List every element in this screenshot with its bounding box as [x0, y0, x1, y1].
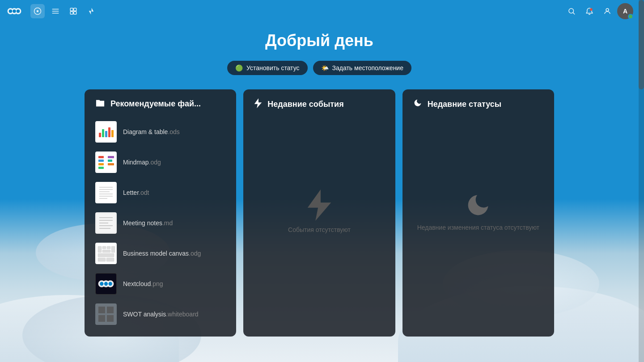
svg-rect-40 — [102, 246, 106, 249]
svg-rect-39 — [98, 246, 102, 253]
file-name: Diagram & table.ods — [123, 128, 180, 135]
lightning-header-icon — [254, 98, 262, 110]
svg-point-5 — [17, 9, 20, 13]
recommended-files-title: Рекомендуемые фай... — [110, 99, 201, 109]
moon-header-icon — [413, 98, 422, 110]
file-thumbnail-odt — [95, 182, 117, 203]
svg-rect-22 — [108, 156, 114, 158]
recent-statuses-card: Недавние статусы Недавние изменения стат… — [402, 89, 554, 337]
svg-marker-12 — [92, 8, 94, 12]
greeting-heading: Добрый день — [265, 31, 373, 50]
svg-point-7 — [37, 10, 39, 13]
location-icon: 🌤️ — [321, 64, 329, 72]
file-thumbnail-whiteboard — [95, 303, 117, 325]
svg-rect-18 — [98, 156, 104, 158]
svg-rect-23 — [108, 160, 112, 162]
moon-empty-icon — [465, 192, 491, 224]
list-item[interactable]: Diagram & table.ods — [92, 117, 229, 147]
lightning-empty-icon — [306, 189, 333, 226]
svg-rect-45 — [98, 258, 106, 261]
svg-point-50 — [100, 282, 103, 286]
recent-statuses-empty-text: Недавние изменения статуса отсутствуют — [417, 224, 539, 231]
svg-rect-56 — [98, 315, 105, 322]
svg-rect-25 — [97, 184, 115, 202]
recent-events-empty-text: События отсутствуют — [288, 226, 351, 233]
svg-point-3 — [9, 9, 12, 13]
nav-photos[interactable] — [66, 4, 80, 18]
svg-rect-19 — [98, 160, 104, 162]
set-location-button[interactable]: 🌤️ Задать местоположение — [313, 61, 411, 75]
recent-events-empty: События отсутствуют — [243, 118, 395, 305]
svg-rect-54 — [98, 307, 105, 313]
svg-rect-9 — [74, 8, 76, 11]
svg-point-4 — [13, 9, 16, 13]
file-name: Business model canvas.odg — [123, 250, 201, 257]
recent-statuses-title: Недавние статусы — [428, 100, 502, 109]
recent-events-title: Недавние события — [267, 100, 343, 109]
main-content: Добрый день 🟢 Установить статус 🌤️ Задат… — [0, 22, 639, 362]
avatar[interactable]: A — [617, 3, 633, 19]
svg-rect-20 — [98, 163, 104, 165]
svg-rect-43 — [102, 250, 110, 253]
file-name: Nextcloud.png — [123, 280, 163, 287]
file-name: Mindmap.odg — [123, 159, 161, 166]
file-name: Meeting notes.md — [123, 219, 173, 227]
nav-activity[interactable] — [84, 4, 98, 18]
list-item[interactable]: Meeting notes.md — [92, 208, 229, 238]
search-button[interactable] — [564, 3, 580, 19]
svg-point-16 — [606, 8, 609, 11]
notifications-button[interactable] — [581, 3, 597, 19]
recent-events-header: Недавние события — [243, 89, 395, 118]
svg-marker-59 — [308, 189, 331, 221]
topbar-right: A — [564, 3, 633, 19]
list-item[interactable]: SWOT analysis.whiteboard — [92, 299, 229, 329]
file-thumbnail-md — [95, 212, 117, 234]
topbar: A — [0, 0, 639, 22]
file-list: Diagram & table.ods — [85, 117, 236, 337]
set-status-button[interactable]: 🟢 Установить статус — [227, 61, 308, 75]
svg-point-15 — [590, 8, 593, 11]
file-name: SWOT analysis.whiteboard — [123, 311, 199, 318]
list-item[interactable]: Mindmap.odg — [92, 147, 229, 177]
svg-rect-24 — [108, 163, 114, 165]
cards-section: Рекомендуемые фай... — [85, 89, 554, 337]
svg-rect-10 — [70, 12, 73, 14]
svg-rect-46 — [106, 258, 114, 261]
list-item[interactable]: Letter.odt — [92, 177, 229, 208]
status-buttons-container: 🟢 Установить статус 🌤️ Задать местополож… — [227, 61, 411, 75]
nav-files[interactable] — [48, 4, 63, 18]
recent-statuses-header: Недавние статусы — [402, 89, 554, 118]
file-thumbnail-ods — [95, 121, 117, 143]
list-item[interactable]: Business model canvas.odg — [92, 238, 229, 269]
file-name: Letter.odt — [123, 189, 149, 196]
avatar-status-badge — [628, 14, 633, 19]
svg-rect-57 — [107, 315, 114, 322]
scrollbar[interactable] — [639, 0, 644, 362]
recommended-files-card: Рекомендуемые фай... — [85, 89, 236, 337]
svg-marker-13 — [89, 11, 91, 14]
file-thumbnail-odg2 — [95, 243, 117, 264]
contacts-button[interactable] — [599, 3, 615, 19]
svg-rect-8 — [70, 8, 73, 11]
set-status-label: Установить статус — [246, 64, 300, 72]
recommended-files-header: Рекомендуемые фай... — [85, 89, 236, 117]
recent-statuses-empty: Недавние изменения статуса отсутствуют — [402, 118, 554, 305]
set-location-label: Задать местоположение — [332, 64, 403, 72]
topbar-left — [5, 4, 98, 18]
list-item[interactable]: Nextcloud.png — [92, 269, 229, 299]
svg-rect-42 — [111, 246, 115, 253]
folder-icon — [95, 98, 105, 109]
svg-rect-21 — [98, 167, 104, 169]
file-thumbnail-odg — [95, 152, 117, 173]
svg-marker-58 — [254, 98, 262, 108]
status-icon: 🟢 — [235, 64, 243, 72]
svg-point-52 — [108, 282, 112, 286]
file-thumbnail-png — [95, 273, 117, 295]
svg-rect-11 — [74, 12, 76, 14]
svg-rect-44 — [98, 253, 114, 257]
svg-rect-55 — [107, 307, 114, 313]
scrollbar-thumb[interactable] — [639, 0, 644, 89]
nav-dashboard[interactable] — [30, 4, 45, 18]
nextcloud-logo[interactable] — [5, 4, 23, 18]
recent-events-card: Недавние события События отсутствуют — [243, 89, 395, 337]
